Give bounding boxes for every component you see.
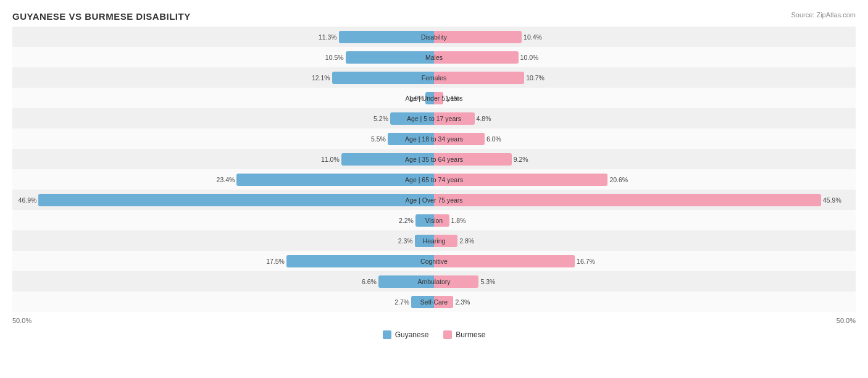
table-row: 46.9%45.9%Age | Over 75 years [12, 190, 856, 210]
burmese-bar [434, 31, 522, 43]
table-row: 23.4%20.6%Age | 65 to 74 years [12, 169, 856, 190]
table-row: 10.5%10.0%Males [12, 47, 856, 67]
burmese-bar [434, 112, 475, 125]
burmese-bar [434, 133, 485, 145]
burmese-value: 20.6% [607, 176, 628, 183]
guyanese-value: 1.0% [409, 94, 425, 102]
burmese-value: 5.3% [478, 278, 495, 285]
burmese-value: 2.8% [457, 237, 474, 245]
burmese-value: 1.1% [443, 94, 460, 102]
guyanese-bar [411, 296, 434, 308]
chart-container: GUYANESE VS BURMESE DISABILITY Source: Z… [0, 0, 868, 378]
burmese-value: 9.2% [512, 156, 528, 163]
guyanese-bar [415, 235, 434, 247]
table-row: 2.3%2.8%Hearing [12, 230, 856, 251]
chart-title: GUYANESE VS BURMESE DISABILITY [12, 11, 856, 22]
source-label: Source: ZipAtlas.com [791, 11, 856, 19]
guyanese-color-box [383, 330, 391, 339]
table-row: 1.0%1.1%Age | Under 5 years [12, 88, 856, 108]
guyanese-bar [236, 174, 434, 186]
guyanese-value: 46.9% [19, 196, 39, 204]
burmese-value: 4.8% [475, 115, 491, 122]
guyanese-bar [341, 153, 434, 166]
guyanese-value: 11.0% [321, 156, 341, 163]
burmese-value: 45.9% [821, 196, 841, 204]
burmese-value: 1.8% [449, 217, 466, 224]
table-row: 11.0%9.2%Age | 35 to 64 years [12, 149, 856, 169]
guyanese-bar [378, 275, 434, 288]
table-row: 5.5%6.0%Age | 18 to 34 years [12, 128, 856, 149]
legend: Guyanese Burmese [12, 330, 856, 339]
guyanese-value: 2.2% [399, 217, 415, 224]
guyanese-bar [38, 194, 434, 206]
burmese-bar [434, 194, 821, 206]
guyanese-bar [425, 92, 434, 104]
burmese-label: Burmese [456, 330, 485, 339]
burmese-bar [434, 92, 443, 104]
axis-row: 50.0% 50.0% [12, 313, 856, 328]
burmese-bar [434, 51, 519, 64]
table-row: 11.3%10.4%Disability [12, 27, 856, 47]
burmese-value: 16.7% [575, 258, 595, 265]
legend-burmese: Burmese [443, 330, 485, 339]
guyanese-value: 2.7% [394, 298, 411, 306]
legend-guyanese: Guyanese [383, 330, 429, 339]
guyanese-value: 23.4% [217, 176, 237, 183]
axis-right: 50.0% [434, 317, 856, 324]
burmese-bar [434, 275, 478, 288]
burmese-bar [434, 214, 449, 227]
burmese-value: 10.4% [522, 33, 542, 41]
guyanese-value: 17.5% [266, 258, 286, 265]
burmese-value: 6.0% [485, 135, 501, 143]
rows-wrapper: 11.3%10.4%Disability10.5%10.0%Males12.1%… [12, 27, 856, 312]
table-row: 6.6%5.3%Ambulatory [12, 271, 856, 292]
chart-area: 11.3%10.4%Disability10.5%10.0%Males12.1%… [12, 27, 856, 332]
guyanese-bar [346, 51, 434, 64]
axis-left: 50.0% [12, 317, 434, 324]
guyanese-bar [286, 255, 434, 267]
table-row: 2.7%2.3%Self-Care [12, 292, 856, 312]
table-row: 17.5%16.7%Cognitive [12, 251, 856, 271]
guyanese-value: 10.5% [325, 54, 346, 61]
guyanese-bar [390, 112, 434, 125]
burmese-bar [434, 296, 453, 308]
burmese-bar [434, 235, 457, 247]
guyanese-value: 2.3% [398, 237, 415, 245]
guyanese-bar [332, 72, 434, 84]
table-row: 12.1%10.7%Females [12, 67, 856, 88]
burmese-bar [434, 72, 524, 84]
guyanese-value: 5.2% [373, 115, 390, 122]
burmese-bar [434, 255, 575, 267]
guyanese-value: 11.3% [319, 33, 339, 41]
guyanese-value: 5.5% [371, 135, 388, 143]
guyanese-value: 6.6% [362, 278, 378, 285]
guyanese-bar [388, 133, 434, 145]
burmese-bar [434, 174, 607, 186]
burmese-value: 10.0% [519, 54, 539, 61]
burmese-color-box [443, 330, 452, 339]
burmese-bar [434, 153, 512, 166]
guyanese-value: 12.1% [312, 74, 332, 82]
table-row: 5.2%4.8%Age | 5 to 17 years [12, 108, 856, 128]
guyanese-label: Guyanese [395, 330, 429, 339]
table-row: 2.2%1.8%Vision [12, 210, 856, 230]
guyanese-bar [415, 214, 434, 227]
burmese-value: 10.7% [524, 74, 545, 82]
burmese-value: 2.3% [453, 298, 470, 306]
guyanese-bar [339, 31, 434, 43]
